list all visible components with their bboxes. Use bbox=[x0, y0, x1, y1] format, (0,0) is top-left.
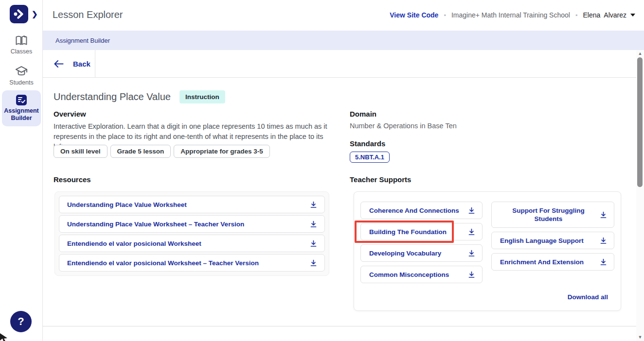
chevron-down-icon bbox=[630, 14, 635, 17]
domain-value: Number & Operations in Base Ten bbox=[350, 122, 457, 130]
support-card-coherence-and-connections[interactable]: Coherence And Connections bbox=[360, 202, 483, 219]
sidebar-item-label: Classes bbox=[0, 48, 43, 55]
resource-row[interactable]: Understanding Place Value Worksheet – Te… bbox=[59, 215, 325, 233]
resources-heading: Resources bbox=[54, 175, 91, 184]
view-site-code-link[interactable]: View Site Code bbox=[390, 11, 438, 19]
help-button[interactable]: ? bbox=[10, 311, 32, 332]
overview-heading: Overview bbox=[54, 110, 86, 118]
sidebar-item-assignment-builder[interactable]: Assignment Builder bbox=[2, 90, 41, 126]
scroll-up-icon[interactable]: ▲ bbox=[636, 51, 644, 56]
support-label: Building The Foundation bbox=[369, 228, 447, 236]
teacher-supports-panel: Coherence And Connections Building The F… bbox=[354, 191, 621, 311]
sidebar-expand-icon[interactable]: ❯ bbox=[32, 10, 38, 18]
support-label: Developing Vocabulary bbox=[369, 250, 441, 257]
user-name: Elena Alvarez bbox=[583, 11, 627, 19]
download-icon[interactable] bbox=[600, 211, 607, 219]
support-card-developing-vocabulary[interactable]: Developing Vocabulary bbox=[360, 244, 483, 262]
user-menu[interactable]: Elena Alvarez bbox=[583, 11, 636, 19]
support-label: Enrichment And Extension bbox=[500, 258, 584, 266]
support-card-building-the-foundation[interactable]: Building The Foundation bbox=[360, 223, 483, 240]
standards-heading: Standards bbox=[350, 139, 385, 148]
download-icon[interactable] bbox=[600, 237, 607, 244]
resource-label: Understanding Place Value Worksheet – Te… bbox=[67, 221, 244, 228]
sidebar-item-students[interactable]: Students bbox=[0, 65, 43, 86]
arrow-left-icon bbox=[54, 60, 64, 68]
sidebar-item-label: Students bbox=[0, 79, 43, 86]
mouse-cursor bbox=[0, 332, 10, 341]
imagine-logo-icon bbox=[13, 9, 25, 19]
sidebar-item-classes[interactable]: Classes bbox=[0, 35, 43, 55]
vertical-scrollbar[interactable]: ▲ ▼ bbox=[636, 50, 644, 341]
download-icon[interactable] bbox=[310, 259, 317, 267]
school-name: Imagine+ Math Internal Training School bbox=[451, 11, 570, 19]
scrollbar-thumb[interactable] bbox=[637, 57, 643, 187]
download-icon[interactable] bbox=[600, 258, 607, 266]
domain-heading: Domain bbox=[350, 110, 376, 118]
download-icon[interactable] bbox=[310, 201, 317, 208]
separator-dot: • bbox=[575, 12, 578, 19]
support-card-enrichment-and-extension[interactable]: Enrichment And Extension bbox=[491, 253, 614, 271]
support-card-common-misconceptions[interactable]: Common Misconceptions bbox=[360, 266, 483, 283]
tag-chip: On skill level bbox=[54, 145, 107, 158]
header-right: View Site Code • Imagine+ Math Internal … bbox=[390, 11, 635, 19]
lesson-title-row: Understanding Place Value Instruction bbox=[54, 90, 225, 103]
resource-label: Understanding Place Value Worksheet bbox=[67, 201, 187, 208]
supports-column-left: Coherence And Connections Building The F… bbox=[360, 202, 483, 283]
teacher-supports-columns: Coherence And Connections Building The F… bbox=[360, 202, 614, 283]
resource-label: Entendiendo el valor posicional Workshee… bbox=[67, 259, 259, 267]
assignment-check-icon bbox=[16, 94, 27, 106]
download-icon[interactable] bbox=[468, 207, 475, 214]
breadcrumb[interactable]: Assignment Builder bbox=[55, 37, 110, 44]
back-button[interactable]: Back bbox=[52, 50, 92, 77]
app-logo[interactable] bbox=[10, 5, 28, 23]
supports-column-right: Support For Struggling Students English … bbox=[491, 202, 614, 283]
support-label: Support For Struggling Students bbox=[500, 206, 600, 223]
back-row: Back bbox=[43, 50, 636, 78]
download-all-link[interactable]: Download all bbox=[568, 293, 608, 301]
scroll-down-icon[interactable]: ▼ bbox=[636, 335, 644, 340]
support-card-english-language-support[interactable]: English Language Support bbox=[491, 232, 614, 249]
page-title: Lesson Explorer bbox=[53, 9, 123, 20]
teacher-supports-heading: Teacher Supports bbox=[350, 175, 411, 184]
support-label: Coherence And Connections bbox=[369, 207, 459, 214]
sidebar-item-label: Assignment Builder bbox=[3, 107, 40, 122]
lesson-type-badge: Instruction bbox=[179, 90, 225, 103]
header: Lesson Explorer View Site Code • Imagine… bbox=[43, 0, 644, 31]
resource-row[interactable]: Entendiendo el valor posicional Workshee… bbox=[59, 254, 325, 272]
download-icon[interactable] bbox=[468, 250, 475, 257]
download-icon[interactable] bbox=[468, 271, 475, 278]
lesson-detail-panel: Understanding Place Value Instruction Ov… bbox=[43, 78, 636, 326]
graduation-cap-icon bbox=[15, 65, 28, 78]
help-button-label: ? bbox=[18, 315, 24, 328]
resource-label: Entendiendo el valor posicional Workshee… bbox=[67, 240, 201, 247]
divider bbox=[95, 50, 95, 77]
download-icon[interactable] bbox=[310, 240, 317, 247]
book-icon bbox=[15, 35, 28, 47]
sidebar: ❯ Classes Students Assignment Builder ? bbox=[0, 0, 43, 341]
separator-dot: • bbox=[444, 12, 446, 19]
resource-row[interactable]: Entendiendo el valor posicional Workshee… bbox=[59, 235, 325, 252]
download-icon[interactable] bbox=[310, 221, 317, 228]
resource-row[interactable]: Understanding Place Value Worksheet bbox=[59, 196, 325, 213]
support-label: English Language Support bbox=[500, 237, 584, 244]
resources-list: Understanding Place Value Worksheet Unde… bbox=[54, 191, 329, 276]
lesson-title: Understanding Place Value bbox=[54, 91, 171, 102]
download-icon[interactable] bbox=[468, 228, 475, 236]
standard-chip: 5.NBT.A.1 bbox=[350, 152, 390, 163]
support-card-support-for-struggling-students[interactable]: Support For Struggling Students bbox=[491, 202, 614, 228]
tag-chip: Appropriate for grades 3-5 bbox=[174, 145, 270, 158]
breadcrumb-bar: Assignment Builder bbox=[43, 31, 644, 50]
back-button-label: Back bbox=[73, 60, 90, 68]
support-label: Common Misconceptions bbox=[369, 271, 449, 278]
tag-chip: Grade 5 lesson bbox=[110, 145, 171, 158]
lesson-tags: On skill level Grade 5 lesson Appropriat… bbox=[54, 145, 270, 158]
